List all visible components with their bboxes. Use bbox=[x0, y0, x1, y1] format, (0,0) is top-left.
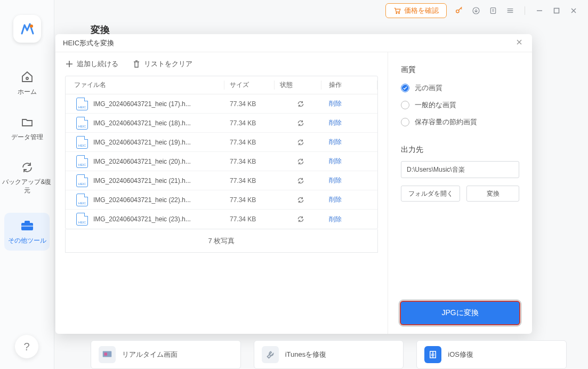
add-more-label: 追加し続ける bbox=[77, 59, 118, 69]
svg-rect-13 bbox=[104, 352, 108, 356]
file-count: 7 枚写真 bbox=[65, 229, 378, 253]
tile-label: リアルタイム画面 bbox=[122, 350, 178, 359]
app-logo bbox=[13, 15, 41, 43]
file-table: ファイル名 サイズ 状態 操作 HEICIMG_202406043721_hei… bbox=[65, 76, 378, 229]
file-size: 77.34 KB bbox=[224, 139, 275, 146]
options-pane: 画質 元の画質 一般的な画質 保存容量の節約画質 出力先 フォルダを開く 変換 … bbox=[388, 52, 532, 334]
quality-lowsize-label: 保存容量の節約画質 bbox=[415, 117, 477, 127]
note-icon[interactable] bbox=[488, 6, 498, 15]
svg-text:iR: iR bbox=[431, 352, 436, 357]
svg-point-1 bbox=[26, 77, 28, 79]
table-header: ファイル名 サイズ 状態 操作 bbox=[66, 76, 377, 94]
home-icon bbox=[20, 69, 35, 84]
file-size: 77.34 KB bbox=[224, 177, 275, 184]
nav-backup[interactable]: バックアップ&復元 bbox=[0, 160, 54, 195]
tile-ios[interactable]: iR iOS修復 bbox=[416, 340, 567, 369]
table-row: HEICIMG_202406043721_heic (23).h...77.34… bbox=[66, 210, 377, 229]
question-icon: ? bbox=[23, 341, 29, 353]
quality-original-label: 元の画質 bbox=[415, 83, 442, 93]
heic-file-icon: HEIC bbox=[76, 98, 88, 110]
file-size: 77.34 KB bbox=[224, 119, 275, 127]
nav-data[interactable]: データ管理 bbox=[0, 115, 54, 142]
table-row: HEICIMG_202406043721_heic (22).h...77.34… bbox=[66, 190, 377, 210]
file-name: IMG_202406043721_heic (18).h... bbox=[93, 119, 191, 127]
help-button[interactable]: ? bbox=[15, 335, 38, 358]
col-header-name: ファイル名 bbox=[66, 81, 224, 90]
nav-label: その他ツール bbox=[8, 236, 46, 245]
delete-button[interactable]: 削除 bbox=[321, 157, 377, 166]
refresh-icon bbox=[297, 139, 304, 146]
svg-point-6 bbox=[399, 13, 400, 14]
tile-itunes[interactable]: iTunesを修復 bbox=[254, 340, 404, 369]
delete-button[interactable]: 削除 bbox=[321, 138, 377, 147]
quality-normal[interactable]: 一般的な画質 bbox=[401, 100, 519, 110]
refresh-icon bbox=[297, 158, 304, 165]
maximize-icon[interactable] bbox=[552, 6, 561, 15]
output-heading: 出力先 bbox=[401, 145, 519, 155]
tool-tiles: リアルタイム画面 iTunesを修復 iR iOS修復 bbox=[91, 340, 567, 369]
minimize-icon[interactable] bbox=[535, 6, 544, 15]
nav-label: ホーム bbox=[18, 87, 37, 97]
file-name: IMG_202406043721_heic (17).h... bbox=[93, 100, 191, 108]
close-window-icon[interactable] bbox=[569, 6, 578, 15]
file-status bbox=[275, 177, 321, 184]
radio-unchecked-icon bbox=[401, 101, 409, 109]
quality-lowsize[interactable]: 保存容量の節約画質 bbox=[401, 117, 519, 127]
heic-convert-modal: HEIC形式を変換 追加し続ける リストをクリア ファイル名 サイズ 状態 bbox=[55, 34, 532, 334]
file-size: 77.34 KB bbox=[224, 100, 275, 108]
table-row: HEICIMG_202406043721_heic (21).h...77.34… bbox=[66, 171, 377, 190]
nav-tools[interactable]: その他ツール bbox=[4, 213, 50, 251]
key-icon[interactable] bbox=[454, 6, 464, 15]
col-header-action: 操作 bbox=[321, 81, 377, 90]
download-icon[interactable] bbox=[471, 6, 481, 15]
clear-list-button[interactable]: リストをクリア bbox=[132, 59, 192, 69]
heic-file-icon: HEIC bbox=[76, 117, 88, 130]
file-status bbox=[275, 215, 321, 223]
svg-rect-4 bbox=[21, 226, 33, 227]
output-path-input[interactable] bbox=[401, 161, 519, 178]
menu-icon[interactable] bbox=[505, 6, 515, 15]
col-header-status: 状態 bbox=[275, 81, 321, 90]
svg-point-7 bbox=[456, 10, 459, 13]
price-button[interactable]: 価格を確認 bbox=[385, 3, 447, 18]
window-bar: 価格を確認 bbox=[54, 0, 588, 21]
refresh-icon bbox=[297, 177, 304, 184]
heic-file-icon: HEIC bbox=[76, 194, 88, 206]
refresh-icon bbox=[297, 215, 304, 223]
modal-title: HEIC形式を変換 bbox=[63, 38, 114, 48]
svg-rect-9 bbox=[490, 8, 495, 14]
screen-icon bbox=[99, 346, 116, 363]
delete-button[interactable]: 削除 bbox=[321, 99, 377, 108]
col-header-size: サイズ bbox=[224, 81, 275, 90]
svg-point-0 bbox=[30, 25, 33, 28]
nav-home[interactable]: ホーム bbox=[0, 69, 54, 97]
svg-point-5 bbox=[396, 13, 397, 14]
delete-button[interactable]: 削除 bbox=[321, 176, 377, 185]
file-name: IMG_202406043721_heic (20).h... bbox=[93, 158, 191, 165]
convert-to-jpg-button[interactable]: JPGに変換 bbox=[401, 302, 519, 324]
file-status bbox=[275, 196, 321, 204]
quality-heading: 画質 bbox=[401, 65, 519, 75]
heic-file-icon: HEIC bbox=[76, 213, 88, 226]
delete-button[interactable]: 削除 bbox=[321, 215, 377, 224]
refresh-icon bbox=[297, 119, 304, 127]
tile-label: iOS修復 bbox=[448, 350, 473, 359]
file-name: IMG_202406043721_heic (19).h... bbox=[93, 139, 191, 146]
convert-small-button[interactable]: 変換 bbox=[466, 186, 519, 202]
quality-original[interactable]: 元の画質 bbox=[401, 83, 519, 93]
tile-realtime[interactable]: リアルタイム画面 bbox=[91, 340, 241, 369]
plus-icon bbox=[65, 60, 74, 68]
open-folder-button[interactable]: フォルダを開く bbox=[401, 186, 460, 202]
heic-file-icon: HEIC bbox=[76, 155, 88, 168]
delete-button[interactable]: 削除 bbox=[321, 195, 377, 204]
radio-unchecked-icon bbox=[401, 118, 409, 126]
svg-rect-3 bbox=[25, 221, 30, 223]
file-name: IMG_202406043721_heic (21).h... bbox=[93, 177, 191, 184]
file-name: IMG_202406043721_heic (23).h... bbox=[93, 215, 191, 223]
heic-file-icon: HEIC bbox=[76, 136, 88, 149]
add-more-button[interactable]: 追加し続ける bbox=[65, 59, 118, 69]
modal-close-button[interactable] bbox=[516, 39, 525, 47]
file-pane: 追加し続ける リストをクリア ファイル名 サイズ 状態 操作 HEICIMG_2… bbox=[55, 52, 388, 334]
file-status bbox=[275, 139, 321, 146]
delete-button[interactable]: 削除 bbox=[321, 118, 377, 127]
